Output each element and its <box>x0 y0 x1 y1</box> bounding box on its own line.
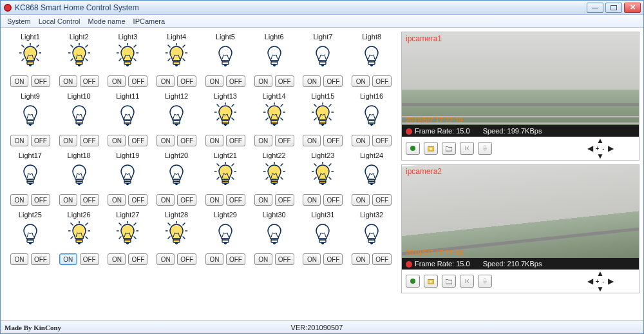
off-button[interactable]: OFF <box>226 75 245 87</box>
on-button[interactable]: ON <box>108 75 126 87</box>
off-button[interactable]: OFF <box>372 253 392 265</box>
off-button[interactable]: OFF <box>80 194 99 206</box>
svg-line-65 <box>281 104 283 106</box>
maximize-button[interactable] <box>605 3 622 13</box>
close-button[interactable]: ✕ <box>624 3 641 13</box>
mic-button[interactable] <box>478 142 492 155</box>
off-button[interactable]: OFF <box>323 75 343 87</box>
off-button[interactable]: OFF <box>177 135 196 146</box>
ptz-up[interactable]: ▲ <box>596 137 604 144</box>
off-button[interactable]: OFF <box>31 135 50 146</box>
ptz-down[interactable]: ▼ <box>596 152 604 160</box>
ptz-zoom[interactable]: + - <box>596 278 605 285</box>
light-cell: Light2 ON OFF <box>55 32 104 91</box>
on-button[interactable]: ON <box>254 253 272 265</box>
off-button[interactable]: OFF <box>226 194 245 206</box>
off-button[interactable]: OFF <box>31 253 50 265</box>
on-button[interactable]: ON <box>254 194 272 206</box>
record-button[interactable] <box>406 275 420 288</box>
off-button[interactable]: OFF <box>275 253 294 265</box>
on-button[interactable]: ON <box>108 135 126 146</box>
on-button[interactable]: ON <box>205 135 223 146</box>
off-button[interactable]: OFF <box>226 253 245 265</box>
on-button[interactable]: ON <box>156 75 175 87</box>
on-button[interactable]: ON <box>352 253 370 265</box>
off-button[interactable]: OFF <box>128 75 147 87</box>
off-button[interactable]: OFF <box>177 75 196 87</box>
snapshot-button[interactable] <box>424 275 438 288</box>
snapshot-button[interactable] <box>424 142 438 155</box>
on-button[interactable]: ON <box>352 75 370 87</box>
on-button[interactable]: ON <box>156 194 175 206</box>
ptz-left[interactable]: ◀ <box>587 144 593 152</box>
on-button[interactable]: ON <box>156 253 175 265</box>
off-button[interactable]: OFF <box>323 194 343 206</box>
folder-button[interactable] <box>442 275 456 288</box>
minimize-button[interactable]: — <box>587 3 603 13</box>
on-button[interactable]: ON <box>156 135 175 146</box>
on-button[interactable]: ON <box>59 194 77 206</box>
off-button[interactable]: OFF <box>275 194 294 206</box>
on-button[interactable]: ON <box>10 194 28 206</box>
on-button[interactable]: ON <box>303 75 321 87</box>
record-indicator-icon <box>406 261 412 268</box>
off-button[interactable]: OFF <box>323 253 343 265</box>
on-button[interactable]: ON <box>59 75 77 87</box>
on-button[interactable]: ON <box>108 194 126 206</box>
camera-view-1[interactable]: ipcamera1 2019/5/7 17:22:19 Frame Rate: … <box>402 32 639 137</box>
on-button[interactable]: ON <box>10 253 28 265</box>
ptz-zoom[interactable]: + - <box>596 145 605 152</box>
on-button[interactable]: ON <box>352 135 370 146</box>
folder-button[interactable] <box>442 142 456 155</box>
ptz-right[interactable]: ▶ <box>608 144 614 152</box>
off-button[interactable]: OFF <box>372 135 392 146</box>
off-button[interactable]: OFF <box>80 75 99 87</box>
off-button[interactable]: OFF <box>80 135 99 146</box>
off-button[interactable]: OFF <box>177 194 196 206</box>
mic-button[interactable] <box>478 275 492 288</box>
off-button[interactable]: OFF <box>128 253 147 265</box>
off-button[interactable]: OFF <box>226 135 245 146</box>
on-button[interactable]: ON <box>10 135 28 146</box>
off-button[interactable]: OFF <box>372 75 392 87</box>
off-button[interactable]: OFF <box>31 75 50 87</box>
audio-button[interactable] <box>460 275 474 288</box>
on-button[interactable]: ON <box>303 194 321 206</box>
on-button[interactable]: ON <box>254 135 272 146</box>
record-button[interactable] <box>406 142 420 155</box>
ptz-left[interactable]: ◀ <box>587 277 593 285</box>
on-button[interactable]: ON <box>59 135 77 146</box>
light-button-row: ON OFF <box>254 75 294 87</box>
light-cell: Light16 ON OFF <box>347 91 396 150</box>
audio-button[interactable] <box>460 142 474 155</box>
menu-mode-name[interactable]: Mode name <box>84 16 129 26</box>
off-button[interactable]: OFF <box>128 135 147 146</box>
ptz-right[interactable]: ▶ <box>608 277 614 285</box>
camera-view-2[interactable]: ipcamera2 2019/5/7 17:22:19 Frame Rate: … <box>402 165 639 270</box>
on-button[interactable]: ON <box>205 253 223 265</box>
off-button[interactable]: OFF <box>31 194 50 206</box>
light-button-row: ON OFF <box>254 253 294 265</box>
off-button[interactable]: OFF <box>177 253 196 265</box>
on-button[interactable]: ON <box>352 194 370 206</box>
off-button[interactable]: OFF <box>372 194 392 206</box>
off-button[interactable]: OFF <box>323 135 343 146</box>
off-button[interactable]: OFF <box>275 75 294 87</box>
on-button[interactable]: ON <box>10 75 28 87</box>
off-button[interactable]: OFF <box>128 194 147 206</box>
on-button[interactable]: ON <box>59 253 77 265</box>
on-button[interactable]: ON <box>205 194 223 206</box>
ptz-up[interactable]: ▲ <box>596 270 604 277</box>
app-window: KC868 Smart Home Control System — ✕ Syst… <box>0 0 644 334</box>
on-button[interactable]: ON <box>205 75 223 87</box>
on-button[interactable]: ON <box>303 253 321 265</box>
off-button[interactable]: OFF <box>80 253 99 265</box>
menu-local-control[interactable]: Local Control <box>35 16 84 26</box>
on-button[interactable]: ON <box>254 75 272 87</box>
on-button[interactable]: ON <box>303 135 321 146</box>
on-button[interactable]: ON <box>108 253 126 265</box>
menu-system[interactable]: System <box>3 16 35 26</box>
menu-ipcamera[interactable]: IPCamera <box>129 16 169 26</box>
off-button[interactable]: OFF <box>275 135 294 146</box>
ptz-down[interactable]: ▼ <box>596 285 604 293</box>
